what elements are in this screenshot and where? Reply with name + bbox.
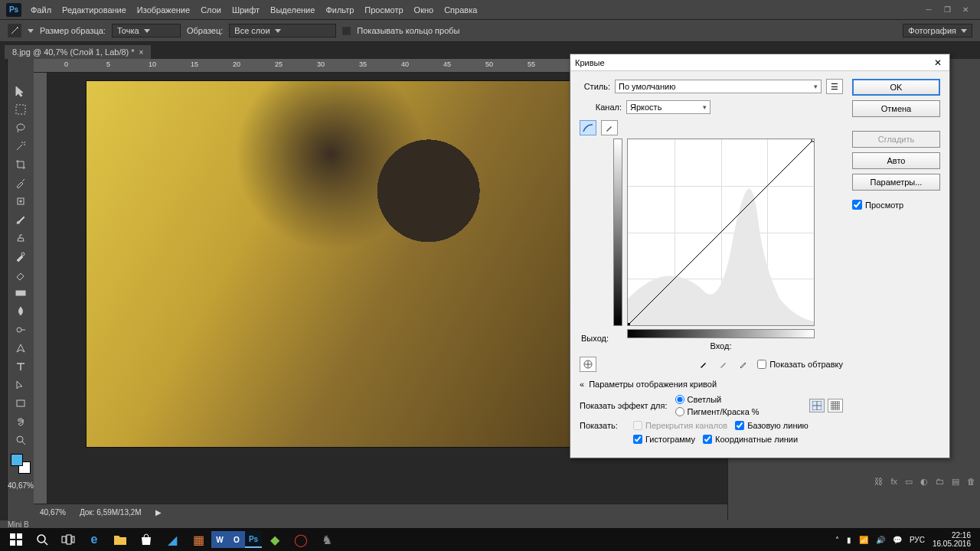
gradient-tool[interactable] bbox=[10, 284, 31, 302]
start-button[interactable] bbox=[3, 528, 29, 551]
photoshop-taskbar-icon[interactable]: Ps bbox=[245, 531, 262, 548]
dialog-close-icon[interactable]: ✕ bbox=[931, 57, 945, 68]
battery-icon[interactable]: ▮ bbox=[847, 536, 851, 544]
pen-tool[interactable] bbox=[10, 339, 31, 357]
menu-file[interactable]: Файл bbox=[31, 5, 51, 15]
sample-size-dropdown[interactable]: Точка bbox=[112, 24, 181, 37]
app-icon-2[interactable]: ▦ bbox=[185, 528, 211, 551]
edge-icon[interactable]: e bbox=[81, 528, 107, 551]
rectangle-tool[interactable] bbox=[10, 394, 31, 412]
language-indicator[interactable]: РУС bbox=[910, 536, 925, 544]
intersection-lines-checkbox[interactable]: Координатные линии bbox=[703, 435, 798, 444]
type-tool[interactable] bbox=[10, 357, 31, 376]
volume-icon[interactable]: 🔊 bbox=[876, 536, 885, 544]
menu-layer[interactable]: Слои bbox=[201, 5, 221, 15]
curve-pencil-tool[interactable] bbox=[601, 120, 618, 135]
cancel-button[interactable]: Отмена bbox=[852, 100, 940, 117]
app-icon-1[interactable]: ◢ bbox=[159, 528, 185, 551]
menu-view[interactable]: Просмотр bbox=[364, 5, 403, 15]
dodge-tool[interactable] bbox=[10, 321, 31, 339]
healing-brush-tool[interactable] bbox=[10, 192, 31, 210]
auto-button[interactable]: Авто bbox=[852, 152, 940, 169]
on-image-adjust-tool[interactable] bbox=[580, 357, 596, 372]
brush-tool[interactable] bbox=[10, 210, 31, 229]
close-button[interactable]: ✕ bbox=[957, 4, 974, 16]
color-swatches[interactable] bbox=[11, 454, 31, 474]
layer-mask-icon[interactable]: ▭ bbox=[905, 477, 913, 487]
task-view-icon[interactable] bbox=[55, 528, 81, 551]
sample-source-dropdown[interactable]: Все слои bbox=[229, 24, 336, 37]
channel-dropdown[interactable]: Яркость ▾ bbox=[626, 100, 710, 114]
store-icon[interactable] bbox=[133, 528, 159, 551]
eraser-tool[interactable] bbox=[10, 266, 31, 284]
menu-window[interactable]: Окно bbox=[414, 5, 434, 15]
zoom-tool[interactable] bbox=[10, 431, 31, 449]
tool-preset-picker[interactable] bbox=[8, 24, 21, 37]
clone-stamp-tool[interactable] bbox=[10, 229, 31, 247]
wifi-icon[interactable]: 📶 bbox=[859, 536, 868, 544]
gray-point-eyedropper[interactable] bbox=[717, 358, 730, 370]
eyedropper-tool[interactable] bbox=[10, 174, 31, 192]
history-brush-tool[interactable] bbox=[10, 247, 31, 266]
blur-tool[interactable] bbox=[10, 302, 31, 321]
curve-graph[interactable] bbox=[627, 139, 815, 326]
preset-dropdown[interactable]: По умолчанию ▾ bbox=[615, 80, 822, 93]
opera-icon[interactable]: ◯ bbox=[288, 528, 314, 551]
dialog-titlebar[interactable]: Кривые ✕ bbox=[570, 54, 949, 71]
delete-icon[interactable]: 🗑 bbox=[967, 477, 975, 487]
show-clipping-checkbox[interactable]: Показать обтравку bbox=[757, 360, 843, 369]
preset-menu-icon[interactable]: ☰ bbox=[826, 79, 843, 94]
pigment-radio[interactable]: Пигмент/Краска % bbox=[675, 407, 760, 416]
baseline-checkbox[interactable]: Базовую линию bbox=[735, 421, 808, 430]
zoom-display[interactable]: 40,67% bbox=[40, 508, 66, 517]
histogram-checkbox[interactable]: Гистограмму bbox=[633, 435, 695, 444]
layer-style-icon[interactable]: fx bbox=[890, 477, 897, 487]
new-layer-icon[interactable]: ▤ bbox=[952, 477, 959, 487]
collapsed-panel-strip[interactable] bbox=[0, 59, 8, 520]
move-tool[interactable] bbox=[10, 82, 31, 100]
workspace-switcher[interactable]: Фотография bbox=[903, 24, 972, 37]
search-icon[interactable] bbox=[29, 528, 55, 551]
white-point-eyedropper[interactable] bbox=[737, 358, 750, 370]
menu-type[interactable]: Шрифт bbox=[232, 5, 260, 15]
status-arrow-icon[interactable]: ▶ bbox=[155, 508, 162, 517]
foreground-color-swatch[interactable] bbox=[11, 454, 23, 466]
file-explorer-icon[interactable] bbox=[107, 528, 133, 551]
black-point-eyedropper[interactable] bbox=[697, 358, 710, 370]
show-sampling-ring-checkbox[interactable] bbox=[342, 27, 351, 35]
hand-tool[interactable] bbox=[10, 412, 31, 431]
menu-help[interactable]: Справка bbox=[444, 5, 477, 15]
path-selection-tool[interactable] bbox=[10, 376, 31, 394]
mini-bridge-tab[interactable]: Mini B bbox=[0, 520, 980, 528]
marquee-tool[interactable] bbox=[10, 100, 31, 119]
document-tab[interactable]: 8.jpg @ 40,7% (Слой 1, Lab/8) * × bbox=[5, 45, 151, 59]
system-clock[interactable]: 22:16 16.05.2016 bbox=[933, 531, 971, 548]
menu-filter[interactable]: Фильтр bbox=[325, 5, 354, 15]
menu-select[interactable]: Выделение bbox=[270, 5, 315, 15]
adjustment-layer-icon[interactable]: ◐ bbox=[920, 477, 928, 487]
link-layers-icon[interactable]: ⛓ bbox=[874, 477, 883, 487]
magic-wand-tool[interactable] bbox=[10, 137, 31, 155]
options-button[interactable]: Параметры... bbox=[852, 174, 940, 191]
minimize-button[interactable]: ─ bbox=[920, 4, 937, 16]
ok-button[interactable]: OK bbox=[852, 79, 940, 96]
menu-image[interactable]: Изображение bbox=[137, 5, 190, 15]
tray-up-icon[interactable]: ˄ bbox=[835, 536, 839, 544]
restore-button[interactable]: ❐ bbox=[939, 4, 956, 16]
grid-detailed-icon[interactable] bbox=[828, 399, 843, 412]
doc-size-display[interactable]: Док: 6,59M/13,2M bbox=[80, 508, 142, 517]
lasso-tool[interactable] bbox=[10, 119, 31, 137]
vertical-ruler[interactable] bbox=[34, 73, 47, 520]
word-icon[interactable]: W bbox=[211, 531, 228, 548]
preview-checkbox[interactable]: Просмотр bbox=[852, 200, 940, 210]
outlook-icon[interactable]: O bbox=[228, 531, 245, 548]
app-icon-4[interactable]: ♞ bbox=[314, 528, 340, 551]
display-options-disclosure[interactable]: « Параметры отображения кривой bbox=[580, 380, 843, 389]
grid-simple-icon[interactable] bbox=[809, 399, 825, 412]
tab-close-icon[interactable]: × bbox=[139, 48, 144, 57]
group-icon[interactable]: 🗀 bbox=[936, 477, 944, 487]
chevron-down-icon[interactable] bbox=[28, 29, 34, 33]
app-icon-3[interactable]: ◆ bbox=[262, 528, 288, 551]
light-radio[interactable]: Светлый bbox=[675, 395, 760, 404]
crop-tool[interactable] bbox=[10, 155, 31, 174]
